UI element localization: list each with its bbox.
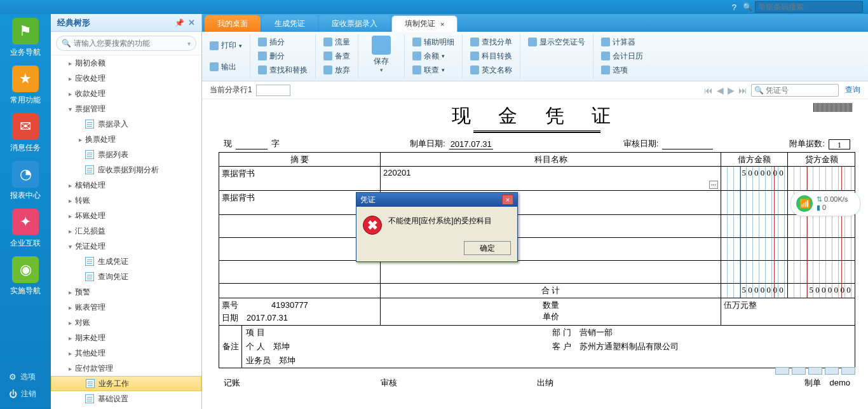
tree-item[interactable]: ▸账表管理 (51, 300, 201, 315)
tree-item[interactable]: 票据录入 (51, 116, 201, 132)
tree-item[interactable]: 基础设置 (51, 391, 201, 406)
close-icon[interactable]: ✕ (188, 18, 195, 27)
rail-favorites[interactable]: ★常用功能 (5, 66, 46, 106)
query-link[interactable]: 查询 (845, 85, 860, 95)
link-query-button[interactable]: 联查▾ (411, 64, 456, 76)
tree-item[interactable]: ▸应收处理 (51, 71, 201, 86)
calculator-button[interactable]: 计算器 (600, 36, 644, 48)
cell-summary[interactable] (219, 261, 381, 283)
mini-btn-2[interactable] (792, 367, 806, 375)
print-button[interactable]: 打印▾ (208, 39, 243, 52)
tree-item[interactable]: ▸收款处理 (51, 86, 201, 101)
tab-ar-bill[interactable]: 应收票据录入 (319, 15, 390, 32)
pin-icon[interactable]: 📌 (175, 18, 184, 27)
chevron-down-icon[interactable]: ▾ (187, 40, 191, 47)
mini-btn-4[interactable] (825, 367, 839, 375)
tab-desktop[interactable]: 我的桌面 (205, 15, 261, 32)
rail-messages[interactable]: ✉消息任务 (5, 113, 46, 153)
voucher-no-input[interactable] (766, 86, 836, 95)
show-empty-button[interactable]: 显示空凭证号 (527, 36, 587, 48)
output-button[interactable]: 输出 (208, 60, 243, 73)
cell-debit[interactable] (721, 191, 788, 214)
cell-debit[interactable]: 5000000 (721, 167, 788, 190)
rail-enterprise[interactable]: ✦企业互联 (5, 209, 46, 249)
current-entry-box[interactable] (256, 85, 290, 96)
tree-item[interactable]: 生成凭证 (51, 254, 201, 269)
mini-btn-5[interactable] (841, 367, 855, 375)
save-button[interactable]: 保存▾ (365, 36, 398, 73)
dialog-close-icon[interactable]: × (502, 195, 513, 205)
tree-item[interactable]: ▸期末处理 (51, 330, 201, 345)
tree-item[interactable]: 应收票据到期分析 (51, 162, 201, 177)
cell-summary[interactable]: 票据背书 (219, 167, 381, 190)
tree-search-input[interactable] (74, 39, 187, 48)
tab-fill-voucher[interactable]: 填制凭证× (391, 15, 458, 32)
cell-debit[interactable] (721, 238, 788, 260)
audit-date-value[interactable] (662, 149, 713, 149)
tree-item[interactable]: 业务工作 (51, 376, 201, 391)
cell-debit[interactable] (721, 215, 788, 237)
cell-credit[interactable] (788, 238, 855, 260)
tree-item[interactable]: ▸期初余额 (51, 55, 201, 71)
nav-prev-icon[interactable]: ◀ (717, 85, 724, 95)
options-button[interactable]: 选项 (600, 64, 644, 76)
tree-body[interactable]: ▸期初余额▸应收处理▸收款处理▾票据管理票据录入▸换票处理票据列表应收票据到期分… (51, 55, 201, 409)
tree-item[interactable]: ▸其他处理 (51, 345, 201, 361)
rail-reports[interactable]: ◔报表中心 (5, 161, 46, 201)
tree-item[interactable]: ▸转账 (51, 193, 201, 208)
dialog-title-bar[interactable]: 凭证 × (356, 193, 517, 207)
nav-next-icon[interactable]: ▶ (728, 85, 735, 95)
tree-item[interactable]: 查询凭证 (51, 269, 201, 284)
type-value[interactable] (236, 149, 268, 149)
cell-credit[interactable] (788, 261, 855, 283)
rail-biz-nav[interactable]: ⚑业务导航 (5, 18, 46, 58)
balance-button[interactable]: 余额▾ (411, 50, 456, 62)
mini-btn-1[interactable] (775, 367, 789, 375)
tree-item[interactable]: ▸换票处理 (51, 132, 201, 147)
calendar-button[interactable]: 会计日历 (600, 50, 644, 62)
grid-row[interactable]: 票据背书 应收票据 (219, 191, 855, 215)
tab-close-icon[interactable]: × (440, 20, 444, 28)
cell-debit[interactable] (721, 261, 788, 283)
help-icon[interactable]: ? (732, 3, 736, 12)
barcode-search-input[interactable] (755, 1, 863, 13)
tree-item[interactable]: ▾凭证处理 (51, 239, 201, 254)
attach-value[interactable]: 1 (829, 139, 850, 149)
rail-impl[interactable]: ◉实施导航 (5, 256, 46, 296)
grid-row[interactable]: 票据背书 220201··· 5000000 (219, 167, 855, 191)
tree-item[interactable]: ▸坏账处理 (51, 208, 201, 223)
find-replace-button[interactable]: 查找和替换 (257, 64, 309, 76)
cell-credit[interactable] (788, 167, 855, 190)
tree-item[interactable]: ▸应付款管理 (51, 361, 201, 376)
ok-button[interactable]: 确定 (464, 241, 511, 255)
backup-button[interactable]: 备查 (322, 50, 351, 62)
tree-item[interactable]: ▸预警 (51, 284, 201, 300)
nav-first-icon[interactable]: ⏮ (704, 85, 713, 95)
abandon-button[interactable]: 放弃 (322, 64, 351, 76)
voucher-no-box[interactable]: 🔍 (751, 84, 839, 97)
tree-item[interactable]: 票据列表 (51, 147, 201, 162)
cell-account[interactable]: 220201··· (381, 167, 721, 190)
nav-last-icon[interactable]: ⏭ (738, 85, 747, 95)
delete-button[interactable]: 删分 (257, 50, 309, 62)
mini-btn-3[interactable] (808, 367, 822, 375)
aux-detail-button[interactable]: 辅助明细 (411, 36, 456, 48)
find-bill-button[interactable]: 查找分单 (469, 36, 513, 48)
tree-item[interactable]: ▸核销处理 (51, 177, 201, 193)
grid-row[interactable] (219, 238, 855, 261)
rail-logout[interactable]: ⏻注销 (0, 385, 51, 403)
acct-convert-button[interactable]: 科目转换 (469, 50, 513, 62)
insert-button[interactable]: 插分 (257, 36, 309, 48)
tree-item[interactable]: ▾票据管理 (51, 101, 201, 116)
lookup-button[interactable]: ··· (709, 181, 718, 189)
cell-account[interactable] (381, 261, 721, 283)
tree-item[interactable]: ▸汇兑损益 (51, 223, 201, 239)
tree-item[interactable]: ▸对账 (51, 315, 201, 330)
tab-gen-voucher[interactable]: 生成凭证 (262, 15, 318, 32)
flow-button[interactable]: 流量 (322, 36, 351, 48)
tree-search-box[interactable]: 🔍 ▾ (56, 36, 196, 51)
eng-name-button[interactable]: 英文名称 (469, 64, 513, 76)
cell-credit[interactable] (788, 215, 855, 237)
grid-row[interactable] (219, 261, 855, 284)
make-date-value[interactable]: 2017.07.31 (449, 139, 493, 149)
